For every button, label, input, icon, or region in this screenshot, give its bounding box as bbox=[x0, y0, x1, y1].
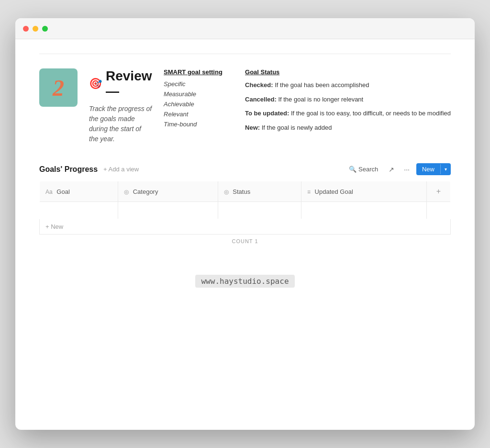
count-area: COUNT 1 bbox=[39, 235, 451, 248]
new-dropdown-arrow[interactable]: ▾ bbox=[440, 164, 451, 174]
main-content: 2 🎯 Review — Track the progress of the g… bbox=[15, 39, 475, 430]
table-header: Aa Goal ◎ Category ◎ Status ≡ bbox=[40, 181, 451, 202]
status-cancelled: Cancelled: If the goal is no longer rele… bbox=[245, 95, 451, 104]
smart-item-relevant: Relevant bbox=[164, 111, 226, 118]
cell-category[interactable] bbox=[118, 202, 218, 219]
add-view-button[interactable]: + Add a view bbox=[103, 166, 139, 173]
smart-list: Specific Measurable Achievable Relevant … bbox=[164, 80, 226, 128]
database-header: Goals' Progress + Add a view 🔍 Search ↗ … bbox=[39, 163, 451, 175]
smart-item-achievable: Achievable bbox=[164, 101, 226, 108]
target-icon: 🎯 bbox=[89, 78, 102, 90]
col-updated-goal[interactable]: ≡ Updated Goal bbox=[301, 181, 426, 202]
url-text: www.haystudio.space bbox=[195, 275, 294, 288]
new-button-label: New bbox=[416, 163, 440, 175]
right-info: SMART goal setting Specific Measurable A… bbox=[164, 68, 451, 137]
status-updated-text: If the goal is too easy, too difficult, … bbox=[289, 110, 451, 117]
status-to-be-updated: To be updated: If the goal is too easy, … bbox=[245, 109, 451, 118]
cell-goal[interactable] bbox=[40, 202, 118, 219]
close-button[interactable] bbox=[23, 26, 29, 32]
col-updated-label: Updated Goal bbox=[315, 188, 353, 195]
status-updated-label: To be updated: bbox=[245, 110, 289, 117]
table-row[interactable] bbox=[40, 202, 451, 219]
goal-status-section: Goal Status Checked: If the goal has bee… bbox=[245, 68, 451, 137]
status-checked-text: If the goal has been accomplished bbox=[273, 81, 369, 89]
header-row: Aa Goal ◎ Category ◎ Status ≡ bbox=[40, 181, 451, 202]
status-cancelled-label: Cancelled: bbox=[245, 96, 277, 103]
search-button[interactable]: 🔍 Search bbox=[345, 164, 382, 175]
app-window: 2 🎯 Review — Track the progress of the g… bbox=[15, 18, 475, 430]
search-label: Search bbox=[358, 166, 378, 173]
database-section: Goals' Progress + Add a view 🔍 Search ↗ … bbox=[39, 163, 451, 248]
more-options-button[interactable]: ··· bbox=[401, 164, 412, 175]
smart-item-specific: Specific bbox=[164, 80, 226, 88]
new-dropdown[interactable]: New ▾ bbox=[416, 163, 451, 175]
add-column-header: + bbox=[426, 181, 450, 202]
col-goal[interactable]: Aa Goal bbox=[40, 181, 118, 202]
review-subtitle: Track the progress of the goals made dur… bbox=[89, 104, 152, 144]
review-title: 🎯 Review — bbox=[89, 68, 152, 99]
add-new-row-button[interactable]: + New bbox=[45, 223, 63, 230]
number-badge: 2 bbox=[39, 68, 78, 107]
col-category-icon: ◎ bbox=[124, 189, 129, 195]
status-new: New: If the goal is newly added bbox=[245, 123, 451, 133]
smart-section: SMART goal setting Specific Measurable A… bbox=[164, 68, 226, 137]
status-new-label: New: bbox=[245, 124, 260, 131]
col-status[interactable]: ◎ Status bbox=[218, 181, 301, 202]
table-footer: + New bbox=[39, 219, 451, 235]
col-status-label: Status bbox=[233, 188, 250, 195]
divider bbox=[39, 54, 451, 54]
cell-updated-goal[interactable] bbox=[301, 202, 426, 219]
goals-table: Aa Goal ◎ Category ◎ Status ≡ bbox=[39, 181, 451, 219]
col-updated-icon: ≡ bbox=[307, 189, 311, 195]
cell-extra bbox=[426, 202, 450, 219]
count-label: COUNT bbox=[232, 238, 253, 244]
database-title: Goals' Progress bbox=[39, 165, 98, 174]
col-goal-label: Goal bbox=[56, 188, 69, 195]
status-new-text: If the goal is newly added bbox=[260, 124, 332, 131]
add-column-button[interactable]: + bbox=[433, 185, 445, 198]
database-title-area: Goals' Progress + Add a view bbox=[39, 165, 139, 174]
database-controls: 🔍 Search ↗ ··· New ▾ bbox=[345, 163, 451, 175]
col-category[interactable]: ◎ Category bbox=[118, 181, 218, 202]
smart-heading: SMART goal setting bbox=[164, 68, 226, 76]
header-section: 2 🎯 Review — Track the progress of the g… bbox=[39, 68, 451, 144]
minimize-button[interactable] bbox=[33, 26, 38, 32]
col-status-icon: ◎ bbox=[224, 189, 229, 195]
cell-status[interactable] bbox=[218, 202, 301, 219]
count-value: 1 bbox=[255, 238, 258, 244]
smart-item-measurable: Measurable bbox=[164, 90, 226, 98]
page-title: Review — bbox=[106, 68, 152, 99]
traffic-lights bbox=[23, 26, 48, 32]
expand-button[interactable]: ↗ bbox=[386, 164, 397, 175]
search-icon: 🔍 bbox=[349, 166, 356, 173]
maximize-button[interactable] bbox=[42, 26, 48, 32]
header-main: 🎯 Review — Track the progress of the goa… bbox=[89, 68, 152, 144]
footer-url: www.haystudio.space bbox=[39, 277, 451, 286]
goal-status-heading: Goal Status bbox=[245, 68, 451, 76]
smart-item-timebound: Time-bound bbox=[164, 121, 226, 128]
status-checked-label: Checked: bbox=[245, 81, 273, 89]
table-body bbox=[40, 202, 451, 219]
status-cancelled-text: If the goal is no longer relevant bbox=[277, 96, 363, 103]
status-checked: Checked: If the goal has been accomplish… bbox=[245, 80, 451, 90]
col-category-label: Category bbox=[133, 188, 158, 195]
col-goal-icon: Aa bbox=[45, 189, 53, 195]
titlebar bbox=[15, 18, 475, 39]
